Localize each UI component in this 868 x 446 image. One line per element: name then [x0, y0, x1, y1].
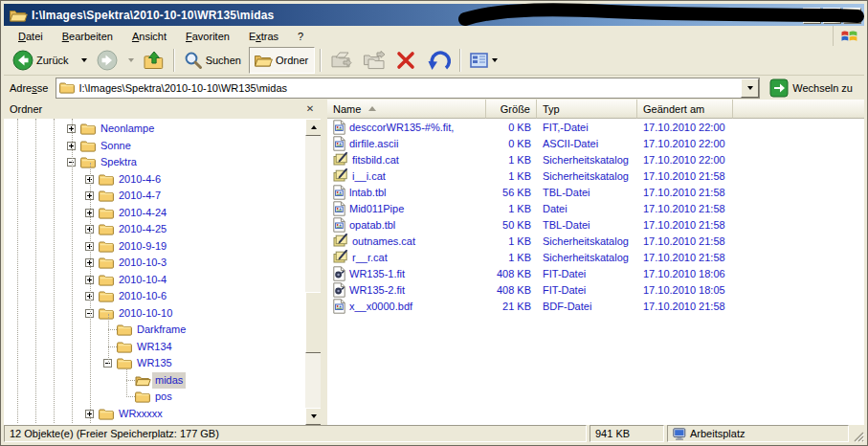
- tree-item-label[interactable]: 2010-10-3: [116, 255, 169, 271]
- folders-button[interactable]: Ordner: [249, 47, 315, 74]
- delete-button[interactable]: [391, 48, 420, 73]
- file-row-x__x0000.bdf[interactable]: x__x0000.bdf21 KBBDF-Datei17.10.2010 21:…: [327, 298, 864, 314]
- scrollbar-thumb[interactable]: [305, 292, 321, 353]
- address-dropdown-button[interactable]: [741, 78, 759, 98]
- tree-item-Neonlampe[interactable]: Neonlampe: [4, 121, 304, 137]
- tree-item-midas[interactable]: midas: [4, 372, 304, 389]
- tree-item-2010-4-7[interactable]: 2010-4-7: [4, 188, 304, 204]
- tree-item-label[interactable]: Neonlampe: [98, 121, 157, 137]
- file-size: 1 KB: [486, 203, 537, 214]
- maximize-button[interactable]: □: [823, 8, 841, 24]
- file-modified: 17.10.2010 21:58: [637, 170, 733, 182]
- file-row-opatab.tbl[interactable]: opatab.tbl50 KBTBL-Datei17.10.2010 21:58: [327, 216, 864, 233]
- file-name[interactable]: r__r.cat: [352, 252, 388, 263]
- tree-item-2010-10-6[interactable]: 2010-10-6: [4, 288, 304, 304]
- resize-grip[interactable]: [851, 429, 864, 442]
- scroll-down-button[interactable]: [305, 408, 321, 425]
- column-headers: NameGrößeTypGeändert am: [327, 100, 864, 119]
- menu-favoriten[interactable]: Favoriten: [176, 28, 239, 45]
- tree-item-label[interactable]: Spektra: [98, 154, 140, 170]
- file-row-fitsbild.cat[interactable]: fitsbild.cat1 KBSicherheitskatalog17.10.…: [327, 151, 864, 167]
- tree-item-label[interactable]: pos: [152, 389, 175, 405]
- file-row-lntab.tbl[interactable]: lntab.tbl56 KBTBL-Datei17.10.2010 21:58: [327, 184, 864, 200]
- file-row-i__i.cat[interactable]: i__i.cat1 KBSicherheitskatalog17.10.2010…: [327, 167, 864, 184]
- tree-item-WR135[interactable]: WR135: [4, 355, 304, 371]
- close-panel-icon[interactable]: ✕: [303, 102, 317, 116]
- toolbar-separator: [320, 49, 322, 72]
- scroll-up-button[interactable]: [305, 119, 321, 136]
- column-header-gre[interactable]: Größe: [486, 100, 537, 119]
- tree-item-2010-4-25[interactable]: 2010-4-25: [4, 221, 304, 237]
- menu-datei[interactable]: Datei: [9, 28, 53, 45]
- tree-item-label[interactable]: 2010-10-4: [116, 272, 169, 288]
- file-name[interactable]: desccorWR135-#%.fit,: [349, 122, 454, 133]
- file-row-WR135-2.fit[interactable]: WR135-2.fit408 KBFIT-Datei17.10.2010 18:…: [327, 281, 864, 298]
- file-row-desccorWR135-.fit[interactable]: desccorWR135-#%.fit,0 KBFIT,-Datei17.10.…: [327, 119, 864, 135]
- tree-item-2010-10-4[interactable]: 2010-10-4: [4, 272, 304, 288]
- tree-item-label[interactable]: Sonne: [98, 138, 134, 154]
- menu-bearbeiten[interactable]: Bearbeiten: [53, 28, 122, 45]
- tree-item-WRxxxxx[interactable]: WRxxxxx: [4, 406, 304, 422]
- menu-extras[interactable]: Extras: [239, 28, 288, 45]
- views-button[interactable]: [466, 48, 501, 73]
- up-button[interactable]: [140, 48, 168, 73]
- menu-bar: DateiBearbeitenAnsichtFavoritenExtras?: [4, 26, 864, 47]
- tree-item-2010-9-19[interactable]: 2010-9-19: [4, 238, 304, 255]
- tree-item-label[interactable]: WRxxxxx: [116, 406, 166, 422]
- tree-scrollbar[interactable]: [305, 119, 321, 425]
- menu-ansicht[interactable]: Ansicht: [122, 28, 176, 45]
- address-combo[interactable]: I:\Images\Spektra\2010-10-10\WR135\midas: [56, 78, 760, 99]
- menu-?[interactable]: ?: [288, 28, 313, 45]
- generic-file-icon: [333, 120, 345, 135]
- tree-item-label[interactable]: WR134: [134, 339, 175, 355]
- tree-item-Darkframe[interactable]: Darkframe: [4, 322, 304, 338]
- file-row-outnames.cat[interactable]: outnames.cat1 KBSicherheitskatalog17.10.…: [327, 233, 864, 249]
- back-dropdown[interactable]: [77, 48, 91, 73]
- tree-item-label[interactable]: 2010-10-6: [116, 288, 169, 304]
- file-name[interactable]: opatab.tbl: [349, 219, 395, 231]
- file-row-WR135-1.fit[interactable]: WR135-1.fit408 KBFIT-Datei17.10.2010 18:…: [327, 265, 864, 281]
- undo-button[interactable]: [422, 48, 455, 73]
- close-button[interactable]: ✕: [843, 8, 861, 24]
- tree-item-label[interactable]: Darkframe: [134, 322, 189, 338]
- column-header-typ[interactable]: Typ: [537, 100, 637, 119]
- file-name[interactable]: x__x0000.bdf: [349, 301, 412, 312]
- address-input[interactable]: I:\Images\Spektra\2010-10-10\WR135\midas: [78, 82, 741, 94]
- tree-item-label[interactable]: 2010-9-19: [116, 238, 169, 255]
- tree-item-2010-10-10[interactable]: 2010-10-10: [4, 305, 304, 322]
- back-button[interactable]: Zurück: [9, 48, 75, 73]
- tree-item-pos[interactable]: pos: [4, 389, 304, 405]
- file-name[interactable]: Mid011Pipe: [349, 203, 404, 214]
- tree-item-label[interactable]: 2010-4-24: [116, 205, 169, 221]
- file-row-dirfile.ascii[interactable]: dirfile.ascii0 KBASCII-Datei17.10.2010 2…: [327, 135, 864, 151]
- file-row-Mid011Pipe[interactable]: Mid011Pipe1 KBDatei17.10.2010 21:58: [327, 200, 864, 216]
- tree-item-label[interactable]: 2010-10-10: [116, 305, 175, 322]
- panel-splitter[interactable]: [321, 100, 327, 425]
- file-name[interactable]: dirfile.ascii: [349, 138, 398, 149]
- file-row-r__r.cat[interactable]: r__r.cat1 KBSicherheitskatalog17.10.2010…: [327, 249, 864, 265]
- tree-item-label[interactable]: 2010-4-7: [116, 188, 164, 204]
- generic-file-icon: [333, 299, 345, 314]
- column-header-name[interactable]: Name: [327, 100, 486, 119]
- tree-item-WR134[interactable]: WR134: [4, 339, 304, 355]
- file-name[interactable]: i__i.cat: [352, 170, 386, 182]
- file-name[interactable]: outnames.cat: [352, 235, 415, 247]
- tree-item-2010-4-24[interactable]: 2010-4-24: [4, 205, 304, 221]
- tree-item-2010-4-6[interactable]: 2010-4-6: [4, 171, 304, 188]
- file-name[interactable]: WR135-1.fit: [349, 268, 405, 279]
- go-button[interactable]: Wechseln zu: [766, 77, 860, 100]
- file-name[interactable]: lntab.tbl: [349, 187, 387, 198]
- tree-item-label[interactable]: 2010-4-25: [116, 221, 169, 237]
- tree-item-2010-10-3[interactable]: 2010-10-3: [4, 255, 304, 271]
- tree-item-label[interactable]: 2010-4-6: [116, 171, 164, 188]
- file-name[interactable]: fitsbild.cat: [352, 154, 399, 166]
- tree-item-Sonne[interactable]: Sonne: [4, 138, 304, 154]
- folder-icon: [80, 156, 96, 168]
- column-header-gendertam[interactable]: Geändert am: [637, 100, 733, 119]
- tree-item-label[interactable]: midas: [152, 372, 186, 389]
- tree-item-Spektra[interactable]: Spektra: [4, 154, 304, 170]
- tree-item-label[interactable]: WR135: [134, 355, 175, 371]
- search-button[interactable]: Suchen: [180, 48, 247, 73]
- file-name[interactable]: WR135-2.fit: [349, 284, 405, 296]
- minimize-button[interactable]: _: [803, 8, 821, 24]
